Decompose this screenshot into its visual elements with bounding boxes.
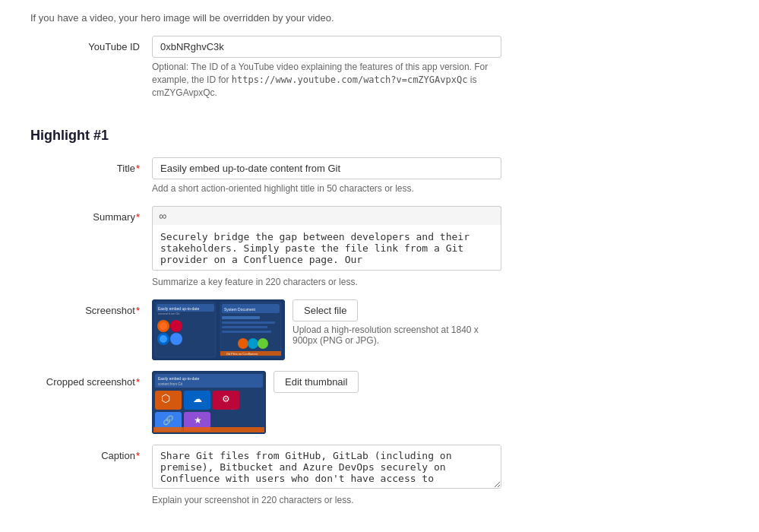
cropped-thumbnail: Easily embed up-to-date content from Git…	[152, 371, 266, 434]
highlight1-title-label: Title*	[30, 157, 152, 174]
highlight1-caption-textarea[interactable]: Share Git files from GitHub, GitLab (inc…	[152, 445, 501, 489]
summary-toolbar: ∞	[152, 206, 501, 225]
svg-point-8	[160, 335, 167, 343]
cropped-controls: Edit thumbnail	[274, 371, 359, 393]
svg-rect-17	[222, 331, 271, 333]
screenshot-controls: Select file Upload a high-resolution scr…	[293, 299, 501, 346]
highlight1-title-row: Title* Add a short action-oriented highl…	[30, 157, 729, 195]
svg-text:Easily embed up-to-date: Easily embed up-to-date	[158, 306, 199, 311]
highlight1-cropped-label: Cropped screenshot*	[30, 371, 152, 388]
youtube-id-content: Optional: The ID of a YouTube video expl…	[152, 36, 501, 99]
highlight1-cropped-content: Easily embed up-to-date content from Git…	[152, 371, 501, 434]
svg-text:★: ★	[194, 415, 202, 426]
svg-text:content from Git: content from Git	[158, 382, 183, 386]
highlight1-summary-row: Summary* ∞ Securely bridge the gap betwe…	[30, 206, 729, 289]
youtube-id-label: YouTube ID	[30, 36, 152, 52]
svg-rect-15	[222, 321, 275, 324]
youtube-id-row: YouTube ID Optional: The ID of a YouTube…	[30, 36, 729, 99]
svg-text:content from Git: content from Git	[158, 312, 180, 315]
svg-rect-14	[222, 316, 260, 319]
svg-text:⬡: ⬡	[161, 392, 170, 404]
highlight1-cropped-row: Cropped screenshot* Easily embed up-to-d…	[30, 371, 729, 434]
highlight1-screenshot-content: Easily embed up-to-date content from Git…	[152, 299, 501, 360]
svg-point-10	[170, 333, 182, 345]
svg-point-20	[258, 338, 268, 349]
youtube-id-hint: Optional: The ID of a YouTube video expl…	[152, 61, 501, 99]
cropped-area: Easily embed up-to-date content from Git…	[152, 371, 501, 434]
highlight1-summary-label: Summary*	[30, 206, 152, 223]
svg-rect-38	[153, 427, 264, 432]
youtube-id-input[interactable]	[152, 36, 501, 58]
screenshot-thumbnail: Easily embed up-to-date content from Git…	[152, 299, 285, 360]
svg-point-19	[248, 338, 258, 349]
select-file-button[interactable]: Select file	[293, 299, 358, 321]
highlight1-summary-hint: Summarize a key feature in 220 character…	[152, 276, 501, 289]
highlight1-caption-label: Caption*	[30, 445, 152, 461]
top-notice: If you have a video, your hero image wil…	[30, 12, 729, 24]
svg-text:☁: ☁	[193, 394, 202, 404]
screenshot-area: Easily embed up-to-date content from Git…	[152, 299, 501, 360]
highlight1-summary-textarea[interactable]: Securely bridge the gap between develope…	[152, 225, 501, 271]
svg-point-18	[238, 338, 248, 349]
svg-point-6	[160, 322, 167, 330]
svg-text:🔗: 🔗	[163, 414, 174, 426]
edit-thumbnail-button[interactable]: Edit thumbnail	[274, 371, 359, 393]
upload-hint: Upload a high-resolution screenshot at 1…	[293, 325, 501, 346]
highlight1-caption-content: Share Git files from GitHub, GitLab (inc…	[152, 445, 501, 507]
highlight1-summary-content: ∞ Securely bridge the gap between develo…	[152, 206, 501, 289]
highlight1-heading: Highlight #1	[30, 128, 729, 144]
highlight1-caption-hint: Explain your screenshot in 220 character…	[152, 494, 501, 507]
svg-text:System Document: System Document	[224, 307, 255, 312]
highlight1-title-content: Add a short action-oriented highlight ti…	[152, 157, 501, 195]
svg-text:⚙: ⚙	[222, 394, 230, 404]
highlight1-screenshot-row: Screenshot* Easily embed up-to-date cont…	[30, 299, 729, 360]
svg-rect-16	[222, 326, 267, 328]
highlight1-caption-row: Caption* Share Git files from GitHub, Gi…	[30, 445, 729, 507]
link-icon[interactable]: ∞	[159, 210, 166, 222]
svg-point-9	[170, 320, 182, 332]
highlight1-screenshot-label: Screenshot*	[30, 299, 152, 316]
highlight1-title-input[interactable]	[152, 157, 501, 179]
svg-text:Easily embed up-to-date: Easily embed up-to-date	[158, 376, 199, 381]
svg-text:Git Files on Confluence: Git Files on Confluence	[226, 352, 258, 356]
highlight1-title-hint: Add a short action-oriented highlight ti…	[152, 182, 501, 195]
